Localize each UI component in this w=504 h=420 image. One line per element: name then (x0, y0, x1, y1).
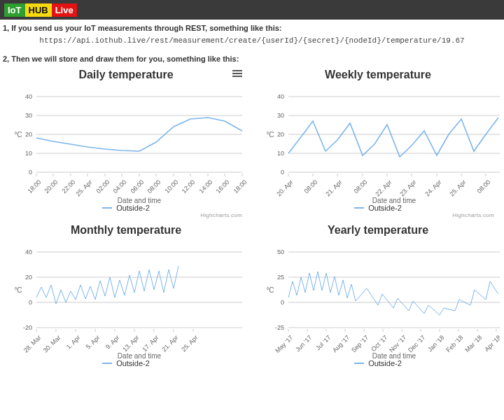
chart-legend: Outside-2 (256, 359, 500, 368)
charts-grid: Daily temperature 40 30 20 10 0 °C 18:00… (0, 64, 504, 369)
chart-credit[interactable]: Highcharts.com (256, 212, 500, 218)
svg-text:Oct '17: Oct '17 (370, 334, 388, 353)
svg-text:25. Apr: 25. Apr (74, 178, 93, 197)
logo-seg-hub: HUB (25, 4, 52, 17)
svg-text:10:00: 10:00 (163, 178, 179, 195)
chart-monthly-plot: 40 20 0 -20 °C 28. Mar 30. Mar 1. Apr 5.… (4, 238, 248, 360)
svg-text:Sep '17: Sep '17 (350, 334, 370, 354)
chart-weekly-title: Weekly temperature (256, 69, 500, 81)
series-outside2 (36, 266, 178, 304)
svg-text:Jan '18: Jan '18 (426, 334, 445, 353)
chart-daily-plot: 40 30 20 10 0 °C 18:00 20:00 22:00 25. A… (4, 83, 248, 205)
svg-text:10: 10 (277, 150, 284, 157)
svg-text:28. Mar: 28. Mar (22, 334, 43, 354)
series-outside2 (288, 118, 498, 157)
svg-text:21. Apr: 21. Apr (324, 178, 343, 197)
legend-label[interactable]: Outside-2 (116, 204, 150, 212)
svg-text:25: 25 (277, 274, 284, 281)
svg-text:14:00: 14:00 (197, 178, 214, 195)
legend-label[interactable]: Outside-2 (368, 359, 402, 368)
svg-text:08:00: 08:00 (475, 178, 491, 195)
svg-text:May '17: May '17 (274, 334, 294, 354)
svg-text:08:00: 08:00 (146, 178, 162, 195)
legend-swatch-icon (102, 207, 112, 209)
svg-text:20:00: 20:00 (43, 178, 59, 195)
svg-text:21. Apr: 21. Apr (160, 334, 179, 353)
y-axis-label: °C (14, 286, 22, 294)
svg-text:30: 30 (25, 112, 32, 119)
svg-text:Aug '17: Aug '17 (331, 334, 351, 354)
chart-monthly: Monthly temperature 40 20 0 -20 °C 28. M… (0, 220, 252, 369)
chart-daily: Daily temperature 40 30 20 10 0 °C 18:00… (0, 64, 252, 220)
intro-line-2-text: 2, Then we will store and draw them for … (3, 55, 239, 63)
svg-text:-25: -25 (275, 324, 284, 331)
svg-text:24. Apr: 24. Apr (424, 178, 442, 197)
y-axis-label: °C (266, 131, 274, 139)
chart-yearly-plot: 50 25 0 -25 °C May '17 Jun '17 Jul '17 A… (256, 238, 500, 360)
svg-text:18:00: 18:00 (232, 178, 248, 195)
chart-weekly-plot: 40 30 20 10 0 °C 20. Apr 08:00 21. Apr 0… (256, 83, 500, 205)
logo: IoT HUB Live (4, 4, 77, 17)
top-bar: IoT HUB Live (0, 0, 504, 20)
svg-text:10: 10 (25, 150, 32, 157)
legend-label[interactable]: Outside-2 (368, 204, 402, 212)
logo-seg-live: Live (52, 4, 77, 17)
legend-label[interactable]: Outside-2 (116, 359, 150, 368)
svg-text:20: 20 (277, 131, 284, 138)
chart-legend: Outside-2 (4, 204, 248, 212)
svg-text:25. Apr: 25. Apr (180, 334, 199, 353)
svg-text:0: 0 (29, 299, 32, 306)
svg-text:30: 30 (277, 112, 284, 119)
svg-text:40: 40 (25, 248, 32, 255)
svg-text:02:00: 02:00 (94, 178, 111, 195)
chart-monthly-title: Monthly temperature (4, 224, 248, 237)
svg-text:Mar '18: Mar '18 (463, 334, 483, 354)
svg-text:Apr '18: Apr '18 (483, 334, 500, 353)
svg-text:23. Apr: 23. Apr (398, 178, 417, 197)
svg-text:Jul '17: Jul '17 (314, 334, 332, 351)
svg-text:-20: -20 (23, 324, 32, 331)
intro-line-2: 2, Then we will store and draw them for … (0, 50, 504, 64)
svg-text:18:00: 18:00 (26, 178, 42, 195)
svg-text:17. Apr: 17. Apr (141, 334, 160, 353)
svg-text:0: 0 (281, 299, 284, 306)
svg-text:30. Mar: 30. Mar (42, 334, 62, 354)
svg-text:06:00: 06:00 (129, 178, 145, 195)
svg-text:12:00: 12:00 (180, 178, 196, 195)
chart-legend: Outside-2 (4, 359, 248, 368)
svg-text:22. Apr: 22. Apr (374, 178, 393, 197)
svg-text:04:00: 04:00 (111, 178, 127, 195)
svg-text:40: 40 (25, 93, 32, 100)
y-axis-label: °C (266, 286, 274, 294)
svg-text:20. Apr: 20. Apr (275, 178, 294, 197)
chart-legend: Outside-2 (256, 204, 500, 212)
intro-line-1: 1, If you send us your IoT measurements … (0, 20, 504, 34)
svg-text:16:00: 16:00 (214, 178, 230, 195)
svg-text:Jun '17: Jun '17 (294, 334, 313, 353)
svg-text:08:00: 08:00 (302, 178, 318, 195)
svg-text:Nov '17: Nov '17 (388, 334, 407, 354)
svg-text:08:00: 08:00 (352, 178, 368, 195)
svg-text:5. Apr: 5. Apr (85, 334, 102, 351)
chart-credit[interactable]: Highcharts.com (4, 212, 248, 218)
svg-text:0: 0 (281, 169, 284, 176)
legend-swatch-icon (354, 207, 364, 209)
chart-yearly-title: Yearly temperature (256, 224, 500, 237)
svg-text:40: 40 (277, 93, 284, 100)
chart-weekly: Weekly temperature 40 30 20 10 0 °C 20. … (252, 64, 504, 220)
svg-text:13. Apr: 13. Apr (121, 334, 140, 353)
svg-text:25. Apr: 25. Apr (448, 178, 467, 197)
example-url: https://api.iothub.live/rest/measurement… (0, 34, 504, 50)
svg-text:20: 20 (25, 131, 32, 138)
svg-text:1. Apr: 1. Apr (65, 334, 82, 351)
chart-yearly: Yearly temperature 50 25 0 -25 °C May '1… (252, 220, 504, 369)
legend-swatch-icon (354, 363, 364, 364)
intro-line-1-text: 1, If you send us your IoT measurements … (3, 24, 282, 32)
chart-menu-icon[interactable] (232, 69, 242, 78)
svg-text:9. Apr: 9. Apr (104, 334, 121, 351)
legend-swatch-icon (102, 363, 112, 364)
y-axis-label: °C (14, 131, 22, 139)
svg-text:0: 0 (29, 169, 32, 176)
svg-text:Dec '17: Dec '17 (407, 334, 426, 354)
chart-daily-title: Daily temperature (4, 69, 248, 81)
